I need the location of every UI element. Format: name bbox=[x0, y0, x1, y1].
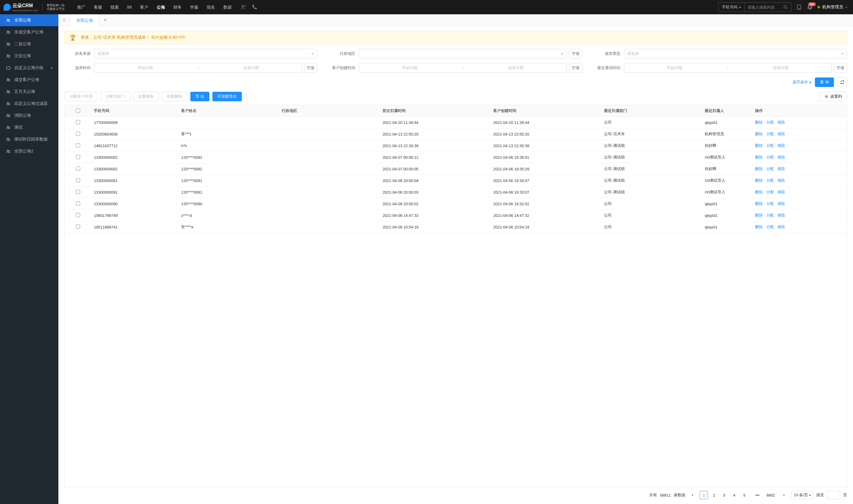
notification-button[interactable]: 99+ bbox=[807, 4, 813, 10]
assign-link[interactable]: 分配 bbox=[766, 213, 774, 217]
delete-link[interactable]: 删除 bbox=[755, 178, 763, 183]
claim-link[interactable]: 领取 bbox=[777, 155, 785, 159]
assign-manager-button[interactable]: 分配客户经理 bbox=[64, 92, 98, 101]
create-time-null-button[interactable]: 空值 bbox=[569, 63, 582, 73]
row-checkbox[interactable] bbox=[76, 166, 80, 171]
create-start-date[interactable]: 开始日期 bbox=[359, 63, 460, 73]
sidebar-item[interactable]: 非成交客户公海 bbox=[0, 26, 58, 38]
topnav-item[interactable]: 学服 bbox=[186, 0, 202, 14]
create-end-date[interactable]: 结束日期 bbox=[465, 63, 567, 73]
search-type-select[interactable]: 手机号码 ▾ bbox=[719, 3, 745, 12]
tab-active[interactable]: 全部公海 bbox=[70, 14, 99, 26]
delete-link[interactable]: 删除 bbox=[755, 132, 763, 136]
topnav-item[interactable]: 推广 bbox=[73, 0, 90, 14]
assign-link[interactable]: 分配 bbox=[766, 224, 774, 229]
row-checkbox[interactable] bbox=[76, 155, 80, 159]
delete-link[interactable]: 删除 bbox=[755, 213, 763, 217]
assign-link[interactable]: 分配 bbox=[766, 132, 774, 136]
query-button[interactable]: 查 询 bbox=[815, 77, 834, 87]
sidebar-item[interactable]: 消防公海 bbox=[0, 110, 58, 122]
topnav-item[interactable]: 客户 bbox=[136, 0, 152, 14]
add-user-icon[interactable] bbox=[241, 4, 247, 10]
tablet-icon[interactable] bbox=[796, 4, 802, 10]
assign-link[interactable]: 分配 bbox=[766, 143, 774, 148]
delete-link[interactable]: 删除 bbox=[755, 143, 763, 148]
topnav-item[interactable]: 线索 bbox=[106, 0, 123, 14]
region-select[interactable]: ▾ bbox=[359, 49, 566, 58]
topnav-item[interactable]: 公海 bbox=[152, 0, 169, 14]
region-null-button[interactable]: 空值 bbox=[569, 49, 582, 58]
batch-delete-button[interactable]: 批量删除 bbox=[162, 92, 187, 101]
row-checkbox[interactable] bbox=[76, 143, 80, 147]
sidebar-item[interactable]: 二咨公海 bbox=[0, 38, 58, 50]
page-number[interactable]: 1 bbox=[700, 491, 708, 499]
export-button[interactable]: 导 出 bbox=[190, 92, 210, 101]
assign-link[interactable]: 分配 bbox=[766, 120, 774, 125]
delete-link[interactable]: 删除 bbox=[755, 224, 763, 229]
row-checkbox[interactable] bbox=[76, 120, 80, 124]
delete-link[interactable]: 删除 bbox=[755, 120, 763, 125]
abandon-end-date[interactable]: 结束日期 bbox=[200, 63, 302, 73]
assign-link[interactable]: 分配 bbox=[766, 166, 774, 171]
abandon-time-null-button[interactable]: 空值 bbox=[304, 63, 317, 73]
sidebar-item[interactable]: 五月天公海 bbox=[0, 86, 58, 98]
page-number[interactable]: 5 bbox=[740, 491, 748, 499]
topnav-item[interactable]: 财务 bbox=[169, 0, 186, 14]
reset-button[interactable] bbox=[837, 77, 847, 87]
delete-link[interactable]: 删除 bbox=[755, 201, 763, 206]
claim-link[interactable]: 领取 bbox=[777, 224, 785, 229]
sidebar-item[interactable]: 注安公海 bbox=[0, 50, 58, 62]
claim-link[interactable]: 领取 bbox=[777, 201, 785, 206]
prev-page-button[interactable] bbox=[688, 491, 697, 499]
row-checkbox[interactable] bbox=[76, 201, 80, 205]
sidebar-item[interactable]: 自定义公海过滤器 bbox=[0, 98, 58, 110]
page-number[interactable]: 2 bbox=[710, 491, 718, 499]
sidebar-item[interactable]: 成交客户公海 bbox=[0, 74, 58, 86]
lastcall-start-date[interactable]: 开始日期 bbox=[624, 63, 726, 73]
assign-link[interactable]: 分配 bbox=[766, 190, 774, 194]
add-tab-button[interactable]: + bbox=[99, 17, 111, 23]
phone-icon[interactable] bbox=[251, 4, 257, 10]
sidebar-item[interactable]: 全部公海2 bbox=[0, 145, 58, 157]
row-checkbox[interactable] bbox=[76, 224, 80, 229]
claim-link[interactable]: 领取 bbox=[777, 132, 785, 136]
friend-source-select[interactable]: 请选择 ▾ bbox=[94, 49, 317, 58]
row-checkbox[interactable] bbox=[76, 132, 80, 136]
table-wrap[interactable]: 手机号码 客户姓名 行政地区 首次归属时间 客户创建时间 最近归属部门 最近归属… bbox=[64, 105, 847, 487]
search-button[interactable] bbox=[780, 3, 791, 12]
topnav-item[interactable]: 客服 bbox=[90, 0, 106, 14]
topnav-item[interactable]: 数据 bbox=[219, 0, 236, 14]
claim-link[interactable]: 领取 bbox=[777, 190, 785, 194]
lastcall-end-date[interactable]: 结束日期 bbox=[730, 63, 832, 73]
sidebar-item[interactable]: 测试 bbox=[0, 122, 58, 133]
claim-link[interactable]: 领取 bbox=[777, 120, 785, 125]
jump-page-input[interactable] bbox=[827, 491, 840, 499]
export-plain-button[interactable]: 不加密导出 bbox=[212, 92, 242, 101]
search-input[interactable] bbox=[745, 3, 780, 12]
select-all-checkbox[interactable] bbox=[76, 108, 80, 113]
last-page-button[interactable]: 6882 bbox=[765, 491, 777, 499]
claim-link[interactable]: 领取 bbox=[777, 143, 785, 148]
user-menu[interactable]: 机构管理员 ▾ bbox=[818, 4, 847, 10]
row-checkbox[interactable] bbox=[76, 190, 80, 194]
delete-link[interactable]: 删除 bbox=[755, 155, 763, 159]
delete-link[interactable]: 删除 bbox=[755, 190, 763, 194]
topnav-item[interactable]: 报名 bbox=[202, 0, 219, 14]
batch-claim-button[interactable]: 批量领取 bbox=[133, 92, 159, 101]
assign-dept-button[interactable]: 分配到部门 bbox=[101, 92, 130, 101]
set-columns-button[interactable]: 设置列 bbox=[819, 92, 847, 101]
lastcall-null-button[interactable]: 空值 bbox=[834, 63, 847, 73]
abandon-start-date[interactable]: 开始日期 bbox=[94, 63, 196, 73]
abandon-type-select[interactable]: 请选择 ▾ bbox=[624, 49, 847, 58]
page-number[interactable]: 3 bbox=[720, 491, 728, 499]
assign-link[interactable]: 分配 bbox=[766, 178, 774, 183]
collapse-sidebar-button[interactable] bbox=[58, 14, 70, 26]
logo[interactable]: 云朵CRM www.yunduocrm.com 教育机构一站 式服务云平台 bbox=[0, 3, 68, 12]
page-size-select[interactable]: 10 条/页 ▾ bbox=[791, 491, 813, 499]
next-page-button[interactable] bbox=[780, 491, 788, 499]
sidebar-item[interactable]: 全部公海 bbox=[0, 14, 58, 26]
page-ellipsis[interactable]: ••• bbox=[753, 491, 762, 499]
sidebar-item[interactable]: 测试昨日回库数据 bbox=[0, 133, 58, 145]
row-checkbox[interactable] bbox=[76, 213, 80, 217]
page-number[interactable]: 4 bbox=[730, 491, 738, 499]
